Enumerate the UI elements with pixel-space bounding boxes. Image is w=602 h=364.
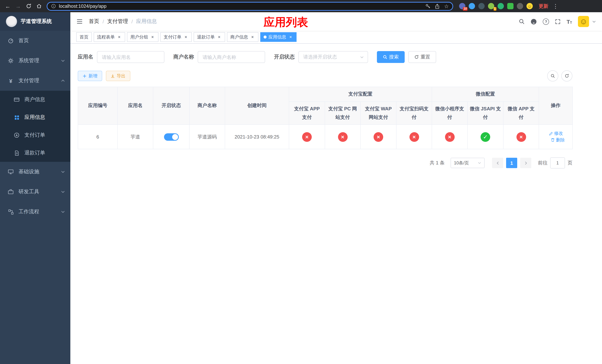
close-icon[interactable]: × [216,34,222,40]
app-name-input[interactable] [97,51,164,63]
sidebar-item-dev-tools[interactable]: 研发工具 [0,182,70,202]
monitor-icon [7,169,14,175]
delete-button[interactable]: 删除 [550,137,565,143]
enabled-toggle[interactable] [164,133,179,140]
password-key-icon[interactable] [426,3,431,9]
cell-wx-app: × [503,125,539,149]
sidebar-item-payment[interactable]: ¥ 支付管理 [0,71,70,91]
cell-alipay-pc: × [325,125,360,149]
search-button[interactable]: 搜索 [377,51,405,63]
extension-badge: 10 [463,7,468,11]
extension-icon-3[interactable] [478,3,485,9]
search-icon[interactable] [519,19,525,24]
tab-app-info[interactable]: 应用信息 × [260,32,297,42]
sidebar-item-merchant-info[interactable]: 商户信息 [0,91,70,108]
sidebar-item-home[interactable]: 首页 [0,31,70,51]
site-info-icon[interactable] [51,4,56,9]
goto-page: 前往 页 [538,157,572,169]
merchant-name-input[interactable] [198,51,265,63]
tab-refund-orders[interactable]: 退款订单 × [194,32,225,42]
sidebar-item-workflow[interactable]: 工作流程 [0,202,70,222]
credit-card-icon [13,97,20,103]
toggle-search-button[interactable] [547,70,558,81]
sidebar-item-system[interactable]: 系统管理 [0,51,70,71]
status-cross-icon: × [409,132,419,142]
status-cross-icon: × [516,132,526,142]
chevron-left-icon [495,161,500,165]
col-group-alipay: 支付宝配置 [289,87,432,102]
breadcrumb-payment[interactable]: 支付管理 [107,18,128,25]
browser-update-chip[interactable]: 更新 [539,3,548,10]
close-icon[interactable]: × [250,34,255,40]
close-icon[interactable]: × [117,34,122,40]
gear-icon [7,58,14,64]
col-header-status: 开启状态 [153,87,189,125]
sidebar-item-payment-orders[interactable]: 支付订单 [0,126,70,144]
apps-table: 应用编号 应用名 开启状态 商户名称 创建时间 支付宝配置 微信配置 操作 支付… [78,87,573,149]
extension-icon-7[interactable] [517,3,523,9]
add-button[interactable]: 新增 [78,71,102,81]
export-button[interactable]: 导出 [106,71,130,81]
close-icon[interactable]: × [288,34,293,40]
sidebar-item-label: 退款订单 [24,150,45,156]
cell-alipay-wap: × [360,125,396,149]
browser-forward-button[interactable]: → [13,1,23,11]
avatar[interactable]: ☺ [578,16,589,27]
browser-reload-button[interactable] [24,1,33,11]
address-bar-actions: ☆ [426,3,449,9]
tab-home[interactable]: 首页 [76,32,92,42]
navbar-actions: ? TT ☺ [519,16,596,27]
next-page-button[interactable] [520,158,531,168]
extension-icon-4[interactable]: 1 [488,3,494,9]
address-bar[interactable]: localhost:1024/pay/app ☆ [47,2,453,11]
browser-back-button[interactable]: ← [3,1,13,11]
extension-icon-6[interactable] [507,3,514,9]
sidebar-item-infrastructure[interactable]: 基础设施 [0,162,70,182]
extension-icon-5[interactable] [498,3,504,9]
reset-button[interactable]: 重置 [408,51,436,63]
breadcrumb-home[interactable]: 首页 [89,18,99,25]
status-label: 开启状态 [274,54,295,60]
app-title: 芋道管理系统 [21,18,52,25]
extension-icon-8[interactable]: ☺ [527,3,533,9]
share-icon[interactable] [435,3,440,9]
goto-page-input[interactable] [550,157,565,169]
cell-status [153,125,189,149]
sidebar-item-app-info[interactable]: 应用信息 [0,108,70,126]
page-size-select[interactable]: 10条/页 [451,158,485,168]
main-area: 首页 / 支付管理 / 应用信息 应用列表 ? [70,12,602,364]
tab-user-group[interactable]: 用户分组 × [127,32,159,42]
status-select[interactable]: 请选择开启状态 [298,51,368,63]
extension-icon-1[interactable]: 10 [459,3,465,9]
chevron-right-icon [524,161,528,165]
hamburger-icon[interactable] [76,18,83,25]
sidebar-item-label: 首页 [19,37,29,44]
sidebar-item-label: 系统管理 [19,57,39,64]
close-icon[interactable]: × [150,34,155,40]
sidebar: 芋道管理系统 首页 系统管理 [0,12,70,364]
extension-icon-2[interactable] [469,3,475,9]
active-dot [264,36,267,39]
col-header-created: 创建时间 [225,87,289,125]
status-select-placeholder: 请选择开启状态 [303,54,337,60]
tab-merchant-info[interactable]: 商户信息 × [227,32,258,42]
refresh-table-button[interactable] [561,70,572,81]
sidebar-item-refund-orders[interactable]: 退款订单 [0,144,70,162]
github-icon[interactable] [531,18,537,25]
refresh-icon [414,55,419,59]
browser-menu-button[interactable]: ⋮ [553,3,558,10]
fullscreen-icon[interactable] [555,19,561,24]
bookmark-star-icon[interactable]: ☆ [444,3,449,9]
help-icon[interactable]: ? [543,18,549,25]
font-size-icon[interactable]: TT [567,18,572,25]
url-text[interactable]: localhost:1024/pay/app [59,3,423,9]
edit-button[interactable]: 修改 [548,130,563,137]
tab-payment-orders[interactable]: 支付订单 × [160,32,192,42]
page-number-button[interactable]: 1 [506,158,517,168]
chevron-down-icon [61,58,65,63]
browser-home-button[interactable] [34,1,44,11]
home-icon [36,3,42,9]
close-icon[interactable]: × [183,34,188,40]
prev-page-button[interactable] [492,158,503,168]
tab-process-form[interactable]: 流程表单 × [94,32,125,42]
